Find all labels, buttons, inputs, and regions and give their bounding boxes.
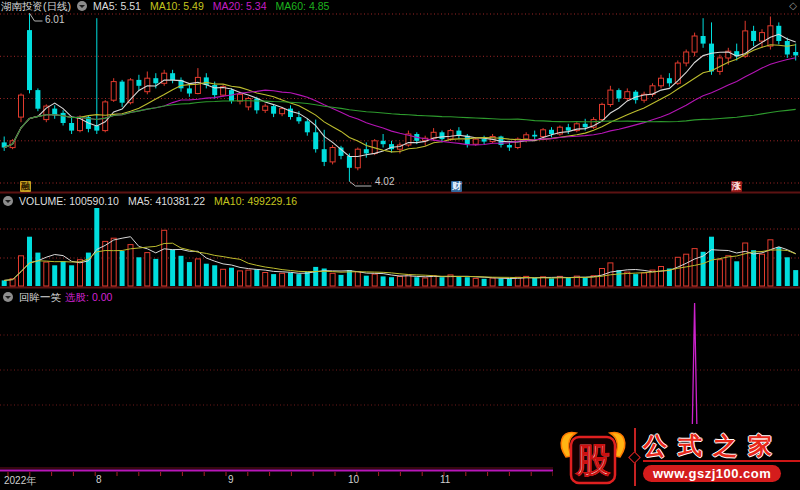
event-marker-财[interactable]: 财 bbox=[451, 181, 462, 192]
ma60-value: 4.85 bbox=[309, 0, 329, 12]
gszj-watermark[interactable]: 股 公式之家 www.gszj100.com bbox=[553, 424, 800, 490]
vol-ma10-value: 499229.16 bbox=[247, 195, 297, 207]
stock-app: 湖南投资(日线) MA5:5.51 MA10:5.49 MA20:5.34 MA… bbox=[0, 0, 800, 490]
collapse-chevron-icon[interactable] bbox=[77, 1, 87, 11]
event-marker-涨[interactable]: 涨 bbox=[731, 181, 742, 192]
ma60-label: MA60: bbox=[276, 0, 306, 12]
vol-ma10-legend: MA10:499229.16 bbox=[214, 195, 297, 207]
ma5-legend: MA5:5.51 bbox=[93, 0, 141, 12]
bull-char: 股 bbox=[575, 441, 611, 479]
logo-underline bbox=[643, 460, 800, 462]
stock-title: 湖南投资(日线) bbox=[1, 0, 71, 12]
ma10-value: 5.49 bbox=[183, 0, 203, 12]
indicator-header: 回眸一笑 选股:0.00 bbox=[1, 291, 121, 303]
ma10-label: MA10: bbox=[150, 0, 180, 12]
axis-label: 9 bbox=[228, 474, 234, 485]
collapse-chevron-icon[interactable] bbox=[3, 196, 13, 206]
logo-divider bbox=[634, 428, 636, 486]
ma5-label: MA5: bbox=[93, 0, 118, 12]
volume-legend: VOLUME:100590.10 bbox=[19, 195, 119, 207]
event-marker-融[interactable]: 融 bbox=[20, 181, 31, 192]
main-chart-header: 湖南投资(日线) MA5:5.51 MA10:5.49 MA20:5.34 MA… bbox=[1, 0, 338, 12]
axis-label: 10 bbox=[348, 474, 359, 485]
indicator-param-value: 0.00 bbox=[92, 291, 112, 303]
site-name: 公式之家 bbox=[643, 433, 783, 459]
vol-ma5-label: MA5: bbox=[128, 195, 153, 207]
low-price-label: 4.02 bbox=[375, 176, 394, 187]
indicator-param: 选股:0.00 bbox=[65, 291, 112, 303]
axis-label: 2022年 bbox=[4, 474, 36, 488]
ma10-legend: MA10:5.49 bbox=[150, 0, 204, 12]
ma20-label: MA20: bbox=[213, 0, 243, 12]
vol-ma10-label: MA10: bbox=[214, 195, 244, 207]
indicator-title: 回眸一笑 bbox=[19, 291, 61, 303]
high-price-label: 6.01 bbox=[45, 14, 64, 25]
volume-header: VOLUME:100590.10 MA5:410381.22 MA10:4992… bbox=[1, 195, 306, 207]
ma5-value: 5.51 bbox=[121, 0, 141, 12]
vol-ma5-value: 410381.22 bbox=[155, 195, 205, 207]
indicator-param-label: 选股: bbox=[65, 291, 89, 303]
site-url[interactable]: www.gszj100.com bbox=[643, 465, 781, 482]
collapse-chevron-icon[interactable] bbox=[3, 292, 13, 302]
chart-canvas bbox=[0, 0, 800, 490]
axis-label: 11 bbox=[440, 474, 450, 485]
volume-value: 100590.10 bbox=[69, 195, 119, 207]
axis-label: 8 bbox=[96, 474, 102, 485]
ma60-legend: MA60:4.85 bbox=[276, 0, 330, 12]
vol-ma5-legend: MA5:410381.22 bbox=[128, 195, 205, 207]
ma20-value: 5.34 bbox=[246, 0, 266, 12]
bull-logo-icon: 股 bbox=[555, 427, 631, 487]
ma20-legend: MA20:5.34 bbox=[213, 0, 267, 12]
volume-label: VOLUME: bbox=[19, 195, 66, 207]
diamond-icon[interactable]: ◇ bbox=[789, 0, 797, 11]
